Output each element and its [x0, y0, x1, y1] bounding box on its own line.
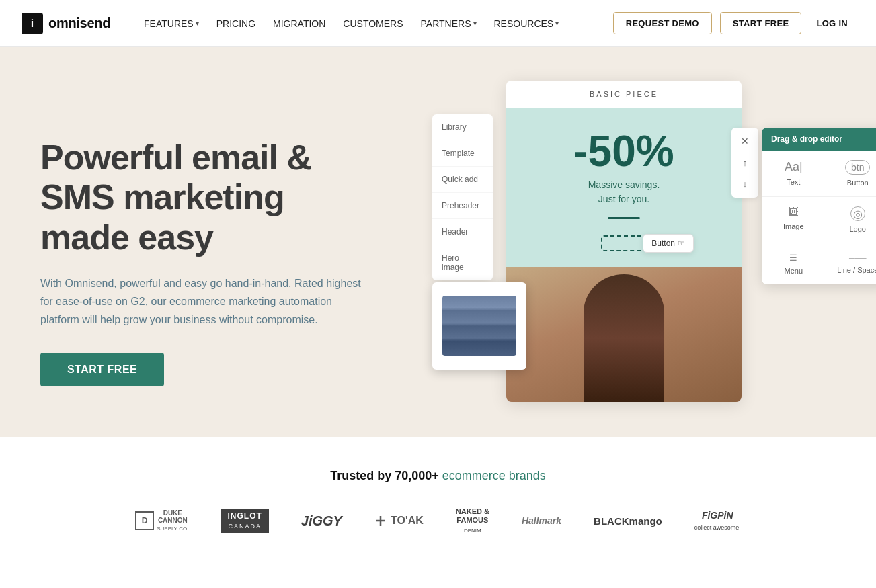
email-divider	[608, 217, 640, 219]
preheader-item[interactable]: Preheader	[432, 193, 493, 219]
library-item[interactable]: Library	[432, 114, 493, 140]
move-down-icon[interactable]: ↓	[734, 173, 756, 195]
quick-add-item[interactable]: Quick add	[432, 167, 493, 193]
hero-content: Powerful email & SMS marketing made easy…	[40, 138, 363, 387]
nav-features[interactable]: FEATURES ▾	[137, 14, 206, 33]
start-free-hero-button[interactable]: START FREE	[40, 353, 164, 386]
dnd-button-item[interactable]: btn Button	[826, 151, 877, 196]
nav-resources[interactable]: RESOURCES ▾	[487, 14, 566, 33]
logo[interactable]: i omnisend	[22, 13, 110, 34]
header-item[interactable]: Header	[432, 219, 493, 245]
denim-stack-overlay	[432, 282, 526, 370]
dnd-logo-item[interactable]: ◎ Logo	[826, 197, 877, 243]
hero-subtitle: With Omnisend, powerful and easy go hand…	[40, 274, 363, 329]
dnd-grid: Aa| Text btn Button 🖼 Image ◎ Logo ☰	[762, 151, 876, 284]
logo-text: omnisend	[48, 15, 110, 31]
hero-visual: Library Template Quick add Preheader Hea…	[419, 60, 876, 437]
email-cta-button[interactable]	[601, 235, 647, 251]
duke-cannon-logo: D DUKECANNONSUPPLY CO.	[135, 507, 188, 534]
hallmark-logo: Hallmark	[522, 507, 561, 534]
hero-section: Powerful email & SMS marketing made easy…	[0, 47, 876, 437]
login-button[interactable]: LOG IN	[809, 13, 854, 34]
nav-customers[interactable]: CUSTOMERS	[336, 14, 409, 33]
nav-actions: REQUEST DEMO START FREE LOG IN	[613, 12, 854, 34]
line-icon: ═══	[849, 253, 867, 262]
toak-logo: TO'AK	[374, 507, 424, 534]
email-discount-section: -50% Massive savings. Just for you. Butt…	[506, 108, 742, 267]
nav-pricing[interactable]: PRICING	[210, 14, 262, 33]
hero-image-item[interactable]: Hero image	[432, 245, 493, 280]
naked-famous-logo: NAKED &FAMOUSDENIM	[456, 507, 489, 534]
menu-icon: ☰	[789, 253, 797, 263]
logo-icon: i	[22, 13, 43, 34]
blackmango-logo: BLACKmango	[594, 507, 662, 534]
nav-partners[interactable]: PARTNERS ▾	[414, 14, 483, 33]
dnd-panel-title: Drag & drop editor	[762, 128, 876, 151]
email-preview-card: BASIC PIECE -50% Massive savings. Just f…	[506, 81, 742, 402]
delete-icon[interactable]: ✕	[734, 130, 756, 152]
brand-logos-row: D DUKECANNONSUPPLY CO. INGLOTCANADA JiGG…	[27, 507, 849, 534]
cursor-icon: ☞	[678, 239, 685, 248]
template-item[interactable]: Template	[432, 140, 493, 167]
logo-icon-dnd: ◎	[850, 206, 865, 221]
trusted-count: 70,000+	[395, 469, 439, 482]
chevron-down-icon: ▾	[196, 19, 199, 27]
email-discount-text: -50%	[522, 130, 725, 173]
start-free-nav-button[interactable]: START FREE	[720, 12, 802, 34]
button-tooltip: Button ☞	[643, 234, 694, 253]
trusted-section: Trusted by 70,000+ ecommerce brands D DU…	[0, 437, 876, 556]
drag-drop-panel: Drag & drop editor Aa| Text btn Button 🖼…	[762, 128, 876, 284]
chevron-down-icon: ▾	[473, 19, 477, 27]
email-brand-header: BASIC PIECE	[506, 81, 742, 108]
denim-visual	[442, 296, 516, 356]
chevron-down-icon: ▾	[555, 19, 559, 27]
dnd-line-item[interactable]: ═══ Line / Space	[826, 243, 877, 284]
library-panel: Library Template Quick add Preheader Hea…	[432, 114, 493, 280]
editor-icon-bar: ✕ ↑ ↓	[731, 128, 758, 198]
image-icon: 🖼	[788, 206, 799, 218]
main-nav: i omnisend FEATURES ▾ PRICING MIGRATION …	[0, 0, 876, 47]
dnd-image-item[interactable]: 🖼 Image	[762, 197, 826, 243]
trusted-text: Trusted by 70,000+ ecommerce brands	[27, 469, 849, 483]
email-savings-text: Massive savings. Just for you.	[522, 178, 725, 206]
nav-links: FEATURES ▾ PRICING MIGRATION CUSTOMERS P…	[137, 14, 613, 33]
trusted-ecom: ecommerce brands	[439, 469, 546, 482]
figpin-logo: FiGPiNcollect awesome.	[694, 507, 741, 534]
request-demo-button[interactable]: REQUEST DEMO	[613, 12, 712, 34]
button-icon: btn	[845, 160, 870, 175]
email-button-area: Button ☞	[601, 235, 647, 251]
email-image-section	[506, 267, 742, 402]
nav-migration[interactable]: MIGRATION	[266, 14, 332, 33]
fashion-photo	[506, 267, 742, 402]
jiggy-logo: JiGGY	[301, 507, 342, 534]
dnd-text-item[interactable]: Aa| Text	[762, 151, 826, 196]
move-up-icon[interactable]: ↑	[734, 152, 756, 173]
hero-title: Powerful email & SMS marketing made easy	[40, 138, 363, 258]
trusted-prefix: Trusted by	[330, 469, 395, 482]
text-icon: Aa|	[785, 160, 803, 174]
dnd-menu-item[interactable]: ☰ Menu	[762, 243, 826, 284]
fashion-silhouette	[584, 274, 664, 402]
inglot-logo: INGLOTCANADA	[221, 507, 268, 534]
